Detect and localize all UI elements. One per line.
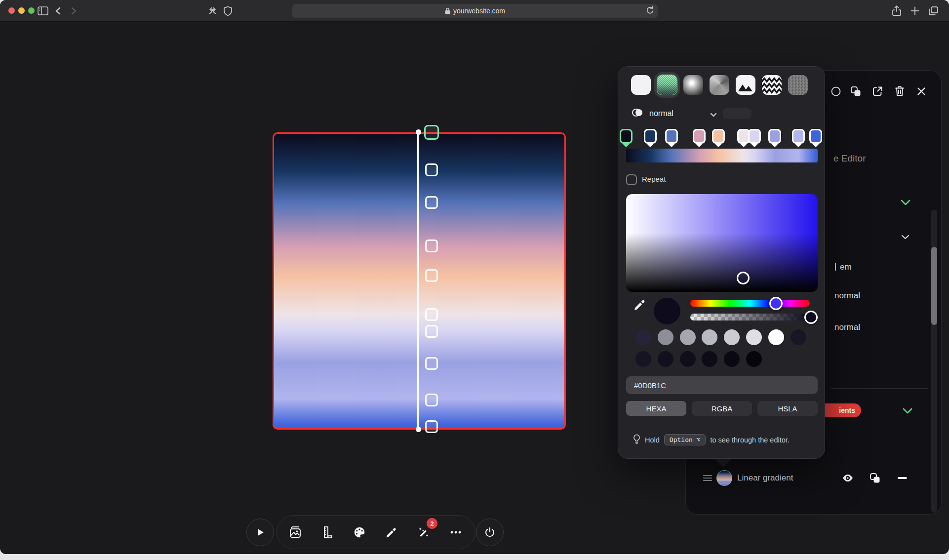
eyedropper-icon[interactable] (633, 298, 647, 314)
palette-tool-icon[interactable] (353, 526, 366, 539)
sb-cursor[interactable] (737, 272, 750, 284)
shield-extension-icon[interactable] (223, 6, 233, 16)
visibility-eye-icon[interactable] (842, 473, 854, 485)
open-external-icon[interactable] (872, 86, 883, 99)
palette-swatch[interactable] (791, 329, 806, 345)
property-value-1[interactable]: normal (834, 291, 860, 301)
color-stop-swatch-2[interactable] (665, 129, 678, 144)
property-value-2[interactable]: normal (834, 322, 860, 332)
fill-type-radial-thumbnail[interactable] (683, 75, 703, 95)
fill-type-row (631, 74, 808, 96)
zoom-window-button[interactable] (28, 7, 35, 14)
section-chevron-icon[interactable] (901, 233, 909, 241)
drag-handle-icon[interactable] (703, 475, 712, 483)
palette-swatch[interactable] (702, 329, 717, 345)
canvas-stop-handle-4[interactable] (425, 269, 438, 282)
section-chevron-expanded-icon[interactable] (901, 199, 910, 207)
canvas-stop-handle-3[interactable] (425, 240, 438, 252)
image-tool-icon[interactable] (289, 526, 302, 539)
format-hexa-button[interactable]: HEXA (626, 401, 686, 416)
canvas-stop-handle-7[interactable] (425, 357, 438, 370)
back-button-icon[interactable] (55, 7, 61, 15)
color-stop-swatch-1[interactable] (644, 129, 657, 144)
history-icon[interactable] (830, 86, 841, 99)
color-stop-swatch-8[interactable] (792, 129, 805, 144)
fill-type-image-thumbnail[interactable] (736, 75, 755, 95)
palette-swatch[interactable] (768, 329, 784, 345)
gradients-chevron-icon[interactable] (903, 407, 912, 416)
canvas-stop-handle-9[interactable] (425, 420, 438, 433)
minimize-window-button[interactable] (18, 7, 25, 14)
panel-scrollbar-thumb[interactable] (931, 247, 937, 325)
unit-value[interactable]: em (840, 262, 852, 272)
hint-suffix: to see through the editor. (710, 436, 789, 444)
color-stop-swatch-7[interactable] (768, 129, 781, 144)
palette-swatch[interactable] (658, 329, 673, 345)
palette-swatch[interactable] (680, 351, 696, 367)
address-bar[interactable]: yourwebsite.com (292, 4, 658, 18)
canvas-stop-handle-0[interactable] (424, 125, 439, 140)
palette-swatch[interactable] (680, 329, 696, 345)
layer-gradient-swatch[interactable] (716, 470, 732, 486)
palette-swatch[interactable] (702, 351, 717, 367)
hex-color-input[interactable] (626, 376, 818, 394)
color-stop-swatch-0[interactable] (620, 129, 633, 144)
tab-overview-icon[interactable] (928, 6, 939, 16)
fill-type-zigzag-thumbnail[interactable] (762, 75, 782, 95)
trash-icon[interactable] (894, 85, 905, 99)
new-tab-icon[interactable] (910, 6, 920, 16)
extension-swap-icon[interactable] (207, 6, 218, 16)
blend-chevron-down-icon[interactable] (710, 110, 717, 119)
sidebar-toggle-icon[interactable] (38, 6, 48, 15)
clipped-text-fragment (835, 263, 836, 271)
share-icon[interactable] (892, 5, 902, 16)
ruler-tool-icon[interactable] (321, 526, 334, 539)
current-color-swatch (654, 298, 680, 324)
blend-mode-dropdown[interactable]: normal (631, 106, 673, 121)
forward-button-icon[interactable] (71, 7, 77, 15)
palette-swatch[interactable] (746, 351, 762, 367)
power-button[interactable] (476, 519, 504, 546)
canvas-stop-handle-6[interactable] (425, 325, 438, 338)
palette-swatch[interactable] (746, 329, 762, 345)
fill-type-solid-thumbnail[interactable] (631, 75, 651, 95)
gradient-axis-end-dot[interactable] (416, 427, 421, 432)
gradient-object[interactable] (273, 132, 566, 430)
color-stop-swatch-3[interactable] (693, 129, 706, 144)
duplicate-layer-icon[interactable] (870, 473, 880, 485)
saturation-brightness-area[interactable] (626, 194, 818, 292)
format-hsla-button[interactable]: HSLA (757, 401, 818, 416)
repeat-checkbox[interactable] (626, 174, 637, 185)
play-button[interactable] (246, 519, 274, 546)
duplicate-icon[interactable] (850, 86, 861, 99)
fill-type-gradient-thumbnail[interactable] (657, 75, 677, 95)
palette-swatch[interactable] (635, 351, 651, 367)
palette-swatch[interactable] (724, 329, 740, 345)
more-options-icon[interactable] (449, 526, 462, 539)
alpha-slider-handle[interactable] (804, 311, 818, 324)
remove-layer-minus-icon[interactable] (898, 477, 907, 479)
layer-name[interactable]: Linear gradient (737, 473, 793, 483)
eyedropper-tool-icon[interactable] (385, 526, 397, 539)
canvas-stop-handle-5[interactable] (425, 308, 438, 321)
canvas-stop-handle-1[interactable] (425, 163, 438, 176)
gradient-preview-bar[interactable] (626, 149, 818, 162)
close-window-button[interactable] (8, 7, 15, 14)
palette-swatch[interactable] (724, 351, 740, 367)
gradient-axis-start-dot[interactable] (416, 129, 421, 135)
color-stop-swatch-4[interactable] (712, 129, 725, 144)
palette-swatch[interactable] (658, 351, 673, 367)
fill-type-noise-thumbnail[interactable] (788, 75, 808, 95)
hue-slider[interactable] (690, 300, 810, 307)
format-rgba-button[interactable]: RGBA (692, 401, 752, 416)
palette-swatch[interactable] (635, 329, 651, 345)
reload-icon[interactable] (646, 6, 654, 16)
color-stop-swatch-6[interactable] (748, 129, 761, 144)
fill-type-conic-thumbnail[interactable] (710, 75, 729, 95)
alpha-slider[interactable] (690, 314, 810, 320)
close-icon[interactable] (916, 86, 926, 98)
hue-slider-handle[interactable] (769, 297, 783, 310)
canvas-stop-handle-2[interactable] (425, 196, 438, 209)
canvas-stop-handle-8[interactable] (425, 394, 438, 406)
color-stop-swatch-9[interactable] (809, 129, 822, 144)
